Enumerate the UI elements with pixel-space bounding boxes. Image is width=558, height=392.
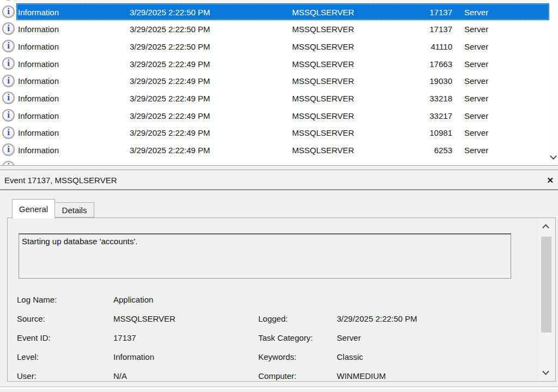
row-source: MSSQLSERVER xyxy=(292,111,354,120)
row-source: MSSQLSERVER xyxy=(292,146,354,155)
scroll-down-icon[interactable] xyxy=(550,153,557,160)
row-event-id: 17663 xyxy=(365,59,452,68)
event-row[interactable]: iInformation3/29/2025 2:22:49 PMMSSQLSER… xyxy=(0,124,558,142)
event-row[interactable]: iInformation3/29/2025 2:22:50 PMMSSQLSER… xyxy=(0,3,558,21)
list-scrollbar[interactable] xyxy=(549,0,558,165)
event-list[interactable]: iInformation3/29/2025 2:22:50 PMMSSQLSER… xyxy=(0,0,558,165)
event-row-band[interactable]: Information3/29/2025 2:22:49 PMMSSQLSERV… xyxy=(16,124,549,142)
event-viewer-window: iInformation3/29/2025 2:22:50 PMMSSQLSER… xyxy=(0,0,558,392)
level-value: Information xyxy=(113,352,154,361)
row-datetime: 3/29/2025 2:22:50 PM xyxy=(130,7,210,16)
information-icon: i xyxy=(2,22,15,35)
row-event-id: 10981 xyxy=(365,128,452,137)
row-task-category: Server xyxy=(464,111,488,120)
event-row[interactable]: iInformation3/29/2025 2:22:50 PMMSSQLSER… xyxy=(0,20,558,38)
information-icon: i xyxy=(2,75,15,87)
information-icon: i xyxy=(2,0,15,1)
event-message-box[interactable]: Starting up database 'accounts'. xyxy=(19,233,511,279)
row-datetime: 3/29/2025 2:22:49 PM xyxy=(130,76,210,86)
information-icon: i xyxy=(2,161,15,165)
row-task-category: Server xyxy=(464,94,488,103)
information-icon: i xyxy=(2,109,15,122)
row-level: Information xyxy=(18,7,59,16)
detail-pane: General Details Starting up database 'ac… xyxy=(0,190,558,392)
event-id-value: 17137 xyxy=(113,333,136,342)
row-task-category: Server xyxy=(464,59,488,68)
source-value: MSSQLSERVER xyxy=(113,314,175,323)
row-event-id: 41110 xyxy=(365,41,452,51)
event-row-band[interactable]: Information3/29/2025 2:22:49 PMMSSQLSERV… xyxy=(16,89,549,107)
event-row[interactable]: iInformation3/29/2025 2:22:49 PMMSSQLSER… xyxy=(0,141,558,159)
information-icon: i xyxy=(2,143,15,156)
event-row[interactable]: i xyxy=(0,159,558,165)
information-icon: i xyxy=(2,40,15,52)
event-message-text: Starting up database 'accounts'. xyxy=(22,237,138,246)
keywords-label: Keywords: xyxy=(258,352,296,361)
event-row-band[interactable]: Information3/29/2025 2:22:49 PMMSSQLSERV… xyxy=(16,55,549,73)
row-datetime: 3/29/2025 2:22:49 PM xyxy=(130,59,210,68)
tab-details[interactable]: Details xyxy=(54,202,94,218)
event-row-band[interactable] xyxy=(16,159,549,165)
close-icon[interactable]: ✕ xyxy=(547,176,554,184)
user-value: N/A xyxy=(113,371,127,381)
event-row[interactable]: iInformation3/29/2025 2:22:49 PMMSSQLSER… xyxy=(0,107,558,124)
log-name-label: Log Name: xyxy=(17,295,57,304)
event-row[interactable]: iInformation3/29/2025 2:22:49 PMMSSQLSER… xyxy=(0,73,558,90)
task-category-label: Task Category: xyxy=(258,333,313,342)
row-event-id: 17137 xyxy=(365,7,452,16)
row-event-id: 33218 xyxy=(365,94,452,103)
information-icon: i xyxy=(2,92,15,104)
row-datetime: 3/29/2025 2:22:49 PM xyxy=(130,128,210,137)
event-row-band[interactable]: Information3/29/2025 2:22:50 PMMSSQLSERV… xyxy=(16,3,549,21)
row-datetime: 3/29/2025 2:22:50 PM xyxy=(130,41,210,51)
log-name-value: Application xyxy=(113,295,153,304)
source-label: Source: xyxy=(17,314,45,323)
row-level: Information xyxy=(18,146,59,155)
row-datetime: 3/29/2025 2:22:49 PM xyxy=(130,146,210,155)
event-row-band[interactable]: Information3/29/2025 2:22:50 PMMSSQLSERV… xyxy=(16,38,549,55)
row-event-id: 6253 xyxy=(365,146,452,155)
level-label: Level: xyxy=(17,352,39,361)
row-task-category: Server xyxy=(464,76,488,86)
row-level: Information xyxy=(18,59,59,68)
row-level: Information xyxy=(18,128,59,137)
row-task-category: Server xyxy=(464,146,488,155)
event-row[interactable]: iInformation3/29/2025 2:22:50 PMMSSQLSER… xyxy=(0,38,558,55)
event-row[interactable]: iInformation3/29/2025 2:22:49 PMMSSQLSER… xyxy=(0,89,558,107)
scroll-thumb[interactable] xyxy=(541,237,551,333)
row-level: Information xyxy=(18,25,59,34)
event-row-band[interactable]: Information3/29/2025 2:22:49 PMMSSQLSERV… xyxy=(16,141,549,159)
row-task-category: Server xyxy=(464,41,488,51)
event-row-band[interactable]: Information3/29/2025 2:22:49 PMMSSQLSERV… xyxy=(16,73,549,90)
scroll-down-icon[interactable] xyxy=(542,368,549,375)
row-source: MSSQLSERVER xyxy=(292,128,354,137)
row-datetime: 3/29/2025 2:22:50 PM xyxy=(130,25,210,34)
event-row-band[interactable]: Information3/29/2025 2:22:49 PMMSSQLSERV… xyxy=(16,107,549,124)
row-task-category: Server xyxy=(464,25,488,34)
row-datetime: 3/29/2025 2:22:49 PM xyxy=(130,94,210,103)
computer-value: WINMEDIUM xyxy=(337,371,386,381)
row-task-category: Server xyxy=(464,7,488,16)
row-source: MSSQLSERVER xyxy=(292,59,354,68)
user-label: User: xyxy=(17,371,37,381)
information-icon: i xyxy=(2,5,15,18)
information-icon: i xyxy=(2,57,15,70)
detail-scrollbar[interactable] xyxy=(540,219,553,381)
logged-value: 3/29/2025 2:22:50 PM xyxy=(337,314,417,323)
tab-general[interactable]: General xyxy=(12,199,55,219)
pane-splitter[interactable] xyxy=(0,165,558,170)
row-event-id: 17137 xyxy=(365,25,452,34)
scroll-up-icon[interactable] xyxy=(542,224,549,231)
event-row[interactable]: iInformation3/29/2025 2:22:49 PMMSSQLSER… xyxy=(0,55,558,73)
general-tab-page: Starting up database 'accounts'. Log Nam… xyxy=(7,218,556,382)
row-source: MSSQLSERVER xyxy=(292,41,354,51)
detail-pane-header: Event 17137, MSSQLSERVER ✕ xyxy=(0,170,558,190)
bottom-divider xyxy=(0,387,558,390)
row-datetime: 3/29/2025 2:22:49 PM xyxy=(130,111,210,120)
event-row-band[interactable]: Information3/29/2025 2:22:50 PMMSSQLSERV… xyxy=(16,20,549,38)
row-task-category: Server xyxy=(464,128,488,137)
row-source: MSSQLSERVER xyxy=(292,76,354,86)
information-icon: i xyxy=(2,126,15,139)
keywords-value: Classic xyxy=(337,352,363,361)
event-id-label: Event ID: xyxy=(17,333,51,342)
